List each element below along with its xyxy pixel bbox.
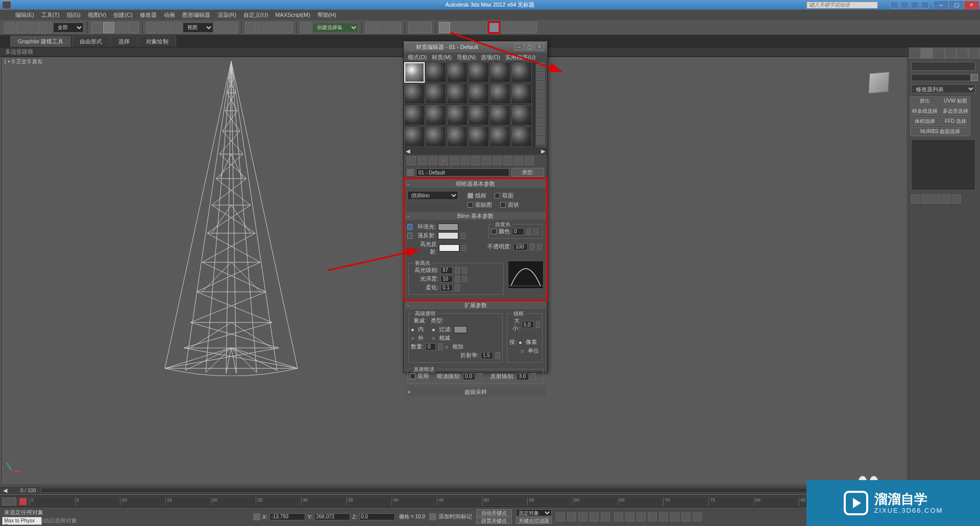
rollout-shader-title[interactable]: 明暗器基本参数: [456, 181, 495, 187]
sample-slot[interactable]: [490, 105, 510, 126]
modifier-stack[interactable]: [911, 139, 975, 190]
speclevel-map-button[interactable]: [462, 267, 467, 273]
refllevel-spinner[interactable]: [517, 373, 529, 380]
play-icon[interactable]: [578, 512, 587, 521]
viewport-label[interactable]: [ + 0 正交 0 真实: [5, 58, 42, 65]
mod-polysel-button[interactable]: 多边形选择: [941, 107, 970, 116]
sample-slot[interactable]: [404, 105, 425, 126]
sample-slot[interactable]: [447, 62, 468, 83]
wiresize-spinner[interactable]: [522, 321, 534, 328]
sample-slot[interactable]: [490, 127, 510, 147]
modifier-list-dropdown[interactable]: 修改器列表: [911, 84, 975, 93]
me-menu-utilities[interactable]: 实用程序(U): [505, 54, 535, 61]
percent-snap-button[interactable]: [270, 22, 281, 33]
me-menu-mode[interactable]: 模式(D): [408, 54, 427, 61]
sample-slot[interactable]: [426, 127, 446, 147]
link-button[interactable]: [29, 22, 40, 33]
me-minimize-button[interactable]: –: [514, 43, 524, 51]
pivot-button[interactable]: [214, 22, 226, 33]
slider-left-icon[interactable]: ◀: [0, 487, 10, 494]
sample-slot[interactable]: [469, 62, 489, 83]
render-setup-button[interactable]: [501, 22, 512, 33]
selfillum-map-button[interactable]: [533, 229, 538, 235]
sample-slot[interactable]: [469, 84, 489, 104]
viewcube[interactable]: [864, 67, 894, 98]
region-icon[interactable]: [681, 512, 691, 521]
select-button[interactable]: [91, 22, 102, 33]
sample-slot[interactable]: [426, 84, 446, 104]
stack-remove-icon[interactable]: [942, 194, 951, 204]
keyfilter-button[interactable]: 关键点过滤器: [516, 517, 552, 524]
rollout-supersample-title[interactable]: 超级采样: [464, 389, 487, 395]
mod-uvwmap-button[interactable]: UVW 贴图: [941, 96, 970, 106]
cmd-hierarchy-icon[interactable]: [933, 47, 944, 59]
undo-button[interactable]: [4, 22, 15, 33]
spinner-buttons[interactable]: [455, 284, 460, 291]
rendered-frame-button[interactable]: [513, 22, 525, 33]
me-sample-type-icon[interactable]: [536, 63, 545, 71]
rtab-paint[interactable]: 对象绘制: [138, 36, 176, 47]
me-close-button[interactable]: ×: [535, 43, 544, 51]
spinner-buttons[interactable]: [455, 275, 460, 283]
mirror-button[interactable]: [365, 22, 377, 33]
infocenter-icon[interactable]: [890, 2, 898, 9]
me-options-icon[interactable]: [536, 118, 545, 126]
soften-spinner[interactable]: [440, 284, 453, 291]
arc-rotate-icon[interactable]: [625, 512, 634, 521]
shader-dropdown[interactable]: (B)Blinn: [407, 191, 458, 200]
next-frame-icon[interactable]: [590, 512, 599, 521]
menu-help[interactable]: 帮助(H): [317, 11, 336, 19]
sample-slot-1[interactable]: [404, 62, 425, 83]
me-go-forward-icon[interactable]: [525, 156, 534, 165]
lock-diffuse-icon[interactable]: [407, 233, 412, 239]
sample-slot[interactable]: [511, 105, 532, 126]
edit-named-button[interactable]: [300, 22, 311, 33]
me-menu-material[interactable]: 材质(M): [432, 54, 452, 61]
time-tag-icon[interactable]: [429, 513, 436, 520]
render-button[interactable]: [526, 22, 537, 33]
menu-edit[interactable]: 编辑(E): [15, 11, 34, 19]
timeline-config-icon[interactable]: [2, 497, 16, 506]
cmd-utilities-icon[interactable]: [968, 47, 980, 59]
menu-modifiers[interactable]: 修改器: [140, 11, 157, 19]
mod-splinesel-button[interactable]: 样条线选择: [910, 107, 940, 116]
stack-pin-icon[interactable]: [911, 194, 920, 204]
menu-customize[interactable]: 自定义(U): [243, 11, 268, 19]
me-matmap-nav-icon[interactable]: [536, 136, 545, 144]
spec-map-button[interactable]: [461, 245, 467, 251]
spinner-buttons[interactable]: [495, 352, 500, 359]
diffuse-swatch[interactable]: [438, 232, 458, 239]
coord-y-input[interactable]: [314, 513, 350, 520]
cmd-motion-icon[interactable]: [945, 47, 957, 59]
toggle-ribbon-button[interactable]: [439, 22, 450, 33]
close-button[interactable]: ×: [964, 1, 979, 9]
menu-render[interactable]: 渲染(R): [217, 11, 236, 19]
schematic-button[interactable]: [421, 22, 432, 33]
autokey-button[interactable]: 自动关键点: [476, 509, 512, 516]
ref-coord-dropdown[interactable]: 视图: [183, 22, 213, 33]
me-make-unique-icon[interactable]: [460, 156, 470, 165]
me-assign-icon[interactable]: [428, 156, 437, 165]
goto-end-icon[interactable]: [601, 512, 610, 521]
mod-ffdsel-button[interactable]: FFD 选择: [941, 117, 970, 126]
me-mat-id-icon[interactable]: [482, 156, 491, 165]
opacity-map-button[interactable]: [537, 244, 542, 250]
selfillum-spinner[interactable]: [512, 228, 524, 235]
layers-button[interactable]: [390, 22, 401, 33]
stack-show-icon[interactable]: [921, 194, 930, 204]
me-go-parent-icon[interactable]: [514, 156, 523, 165]
rollout-ext-title[interactable]: 扩展参数: [464, 302, 487, 308]
me-uv-tiling-icon[interactable]: [536, 90, 545, 98]
material-name-input[interactable]: [416, 168, 509, 177]
unlink-button[interactable]: [41, 22, 52, 33]
sample-slot[interactable]: [404, 84, 425, 104]
coord-x-input[interactable]: [270, 513, 305, 520]
select-by-name-button[interactable]: [103, 22, 114, 33]
timeline-key-marker[interactable]: [19, 498, 27, 505]
array-button[interactable]: [463, 22, 475, 33]
me-sample-scrollbar[interactable]: ◀▶: [404, 147, 547, 155]
me-show-map-icon[interactable]: [493, 156, 502, 165]
key-selected-dropdown[interactable]: 选定对象: [516, 509, 552, 516]
me-pick-icon[interactable]: [407, 169, 414, 176]
material-type-button[interactable]: 类型:: [511, 168, 544, 177]
